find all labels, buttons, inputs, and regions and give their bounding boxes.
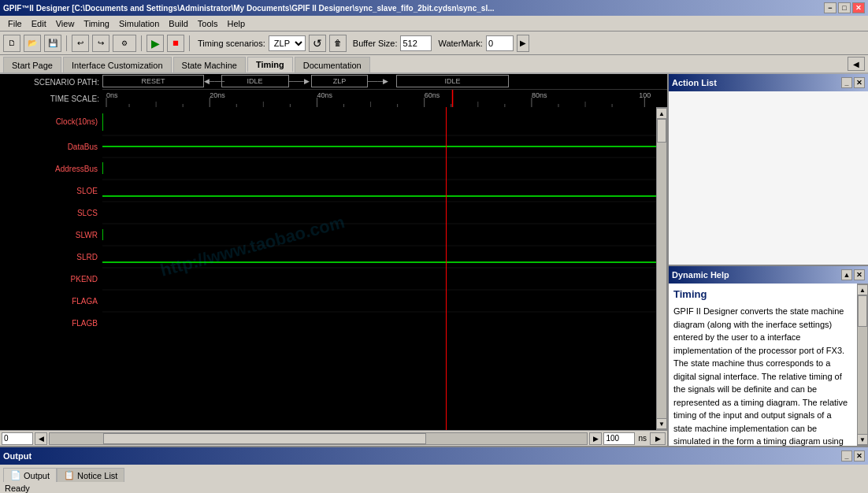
separator-1 bbox=[66, 35, 67, 51]
scroll-up-button[interactable]: ▲ bbox=[656, 108, 667, 119]
menu-item-build[interactable]: Build bbox=[164, 17, 192, 30]
tab-interface-customization[interactable]: Interface Customization bbox=[63, 57, 172, 72]
scenario-path-bar: RESET ◀─── IDLE ───▶ ZLP ───▶ IDLE bbox=[102, 74, 667, 90]
help-scroll-thumb[interactable] bbox=[858, 295, 867, 327]
signal-name-databus: DataBus bbox=[0, 135, 102, 158]
svg-text:80ns: 80ns bbox=[532, 91, 547, 99]
menu-item-file[interactable]: File bbox=[3, 17, 27, 30]
dynamic-help-close[interactable]: ✕ bbox=[854, 269, 865, 280]
main-content: SCENARIO PATH: RESET ◀─── IDLE ───▶ ZLP bbox=[0, 74, 868, 446]
minimize-button[interactable]: − bbox=[824, 2, 836, 13]
scenario-idle-1: IDLE bbox=[221, 75, 289, 87]
output-panel: Output _ ✕ 📄 Output 📋 Notice List Ready bbox=[0, 446, 868, 493]
output-tab-icon: 📄 bbox=[10, 470, 21, 480]
scenario-arrow-3: ───▶ bbox=[368, 77, 388, 85]
signal-name-slrd: SLRD bbox=[0, 246, 102, 268]
undo-button[interactable]: ↩ bbox=[72, 35, 89, 52]
open-button[interactable]: 📂 bbox=[24, 35, 41, 52]
waveform-area[interactable]: http://www.taobao.com bbox=[102, 107, 656, 430]
watermark-apply-button[interactable]: ▶ bbox=[517, 35, 529, 52]
help-vscrollbar[interactable]: ▲ ▼ bbox=[857, 284, 868, 446]
signal-name-flaga: FLAGA bbox=[0, 290, 102, 312]
dynamic-help-controls: ▲ ✕ bbox=[841, 269, 865, 280]
right-panel: Action List _ ✕ Dynamic Help ▲ ✕ bbox=[667, 74, 868, 446]
scroll-start-input[interactable] bbox=[2, 432, 33, 445]
redo-button[interactable]: ↪ bbox=[92, 35, 109, 52]
add-scenario-button[interactable]: ↺ bbox=[309, 35, 326, 52]
scroll-end-input[interactable] bbox=[603, 432, 635, 445]
buffer-size-label: Buffer Size: bbox=[353, 39, 398, 48]
tab-state-machine[interactable]: State Machine bbox=[173, 57, 246, 72]
panel-toggle-button[interactable]: ◀ bbox=[848, 57, 865, 71]
output-tab-bar: 📄 Output 📋 Notice List bbox=[0, 465, 868, 482]
buffer-size-input[interactable] bbox=[400, 35, 432, 51]
action-list-minimize[interactable]: _ bbox=[841, 77, 852, 88]
menu-item-simulation[interactable]: Simulation bbox=[114, 17, 164, 30]
build-button[interactable]: ⚙ bbox=[113, 35, 136, 52]
signal-labels-column: Clock(10ns) DataBus AddressBus SLOE SLCS… bbox=[0, 107, 102, 430]
menu-item-help[interactable]: Help bbox=[222, 17, 250, 30]
timing-vscrollbar[interactable]: ▲ ▼ bbox=[656, 107, 667, 430]
action-list-close[interactable]: ✕ bbox=[854, 77, 865, 88]
scroll-left-button[interactable]: ◀ bbox=[35, 432, 47, 445]
close-button[interactable]: ✕ bbox=[852, 2, 865, 13]
tab-output[interactable]: 📄 Output bbox=[3, 468, 57, 482]
menubar: FileEditViewTimingSimulationBuildToolsHe… bbox=[0, 16, 868, 32]
dynamic-help-scroll-up[interactable]: ▲ bbox=[841, 269, 852, 280]
output-title: Output bbox=[3, 451, 32, 461]
tab-timing[interactable]: Timing bbox=[247, 57, 293, 72]
scenario-idle-2: IDLE bbox=[396, 75, 509, 87]
watermark-input[interactable] bbox=[486, 35, 514, 51]
action-list-header: Action List _ ✕ bbox=[669, 74, 868, 91]
output-close[interactable]: ✕ bbox=[854, 450, 865, 461]
dynamic-help-content: Timing GPIF II Designer converts the sta… bbox=[669, 284, 857, 446]
scenario-path-row: SCENARIO PATH: RESET ◀─── IDLE ───▶ ZLP bbox=[0, 74, 667, 90]
scroll-hthumb[interactable] bbox=[103, 433, 425, 444]
timescale-svg: 0ns 20ns 40ns 60ns 80ns 100 bbox=[102, 90, 667, 107]
timing-cursor[interactable] bbox=[446, 107, 447, 430]
action-list-controls: _ ✕ bbox=[841, 77, 865, 88]
scroll-htrack[interactable] bbox=[49, 432, 588, 445]
signal-name-addressbus: AddressBus bbox=[0, 158, 102, 180]
output-controls: _ ✕ bbox=[841, 450, 865, 461]
dynamic-help-section-title: Timing bbox=[673, 288, 852, 300]
signal-name-sloe: SLOE bbox=[0, 180, 102, 202]
scroll-apply-button[interactable]: ▶ bbox=[650, 432, 666, 445]
new-button[interactable]: 🗋 bbox=[3, 35, 20, 52]
tab-notice-list[interactable]: 📋 Notice List bbox=[57, 468, 124, 482]
help-scroll-down-button[interactable]: ▼ bbox=[857, 434, 868, 445]
scroll-track[interactable] bbox=[657, 119, 666, 418]
signal-name-slwr: SLWR bbox=[0, 224, 102, 246]
output-minimize[interactable]: _ bbox=[841, 450, 852, 461]
svg-text:0ns: 0ns bbox=[106, 91, 118, 99]
sim-stop-button[interactable]: ⏹ bbox=[167, 35, 184, 52]
menu-item-edit[interactable]: Edit bbox=[27, 17, 51, 30]
notice-tab-icon: 📋 bbox=[64, 470, 75, 480]
help-scroll-track[interactable] bbox=[858, 295, 867, 434]
scroll-down-button[interactable]: ▼ bbox=[656, 418, 667, 429]
toolbar: 🗋 📂 💾 ↩ ↪ ⚙ ▶ ⏹ Timing scenarios: ZLP ↺ … bbox=[0, 32, 868, 55]
scroll-right-button[interactable]: ▶ bbox=[589, 432, 602, 445]
output-tab-label: Output bbox=[24, 471, 50, 480]
menu-item-timing[interactable]: Timing bbox=[79, 17, 114, 30]
menu-item-tools[interactable]: Tools bbox=[193, 17, 223, 30]
sim-start-button[interactable]: ▶ bbox=[147, 35, 164, 52]
tab-start-page[interactable]: Start Page bbox=[3, 57, 61, 72]
dynamic-help-title: Dynamic Help bbox=[672, 270, 729, 280]
tab-bar: Start Page Interface Customization State… bbox=[0, 55, 868, 74]
tab-documentation[interactable]: Documentation bbox=[295, 57, 370, 72]
action-list-content bbox=[669, 91, 868, 265]
scroll-thumb[interactable] bbox=[657, 119, 666, 143]
menu-item-view[interactable]: View bbox=[51, 17, 80, 30]
notice-tab-label: Notice List bbox=[77, 471, 117, 480]
maximize-button[interactable]: □ bbox=[838, 2, 851, 13]
signal-name-flagb: FLAGB bbox=[0, 312, 102, 334]
signal-name-slcs: SLCS bbox=[0, 202, 102, 224]
timing-diagram-area: SCENARIO PATH: RESET ◀─── IDLE ───▶ ZLP bbox=[0, 74, 667, 446]
timing-scenarios-select[interactable]: ZLP bbox=[269, 35, 306, 51]
remove-scenario-button[interactable]: 🗑 bbox=[329, 35, 347, 52]
help-scroll-up-button[interactable]: ▲ bbox=[857, 284, 868, 295]
save-button[interactable]: 💾 bbox=[44, 35, 61, 52]
svg-text:60ns: 60ns bbox=[425, 91, 440, 99]
timing-scenarios-label: Timing scenarios: bbox=[198, 39, 265, 48]
